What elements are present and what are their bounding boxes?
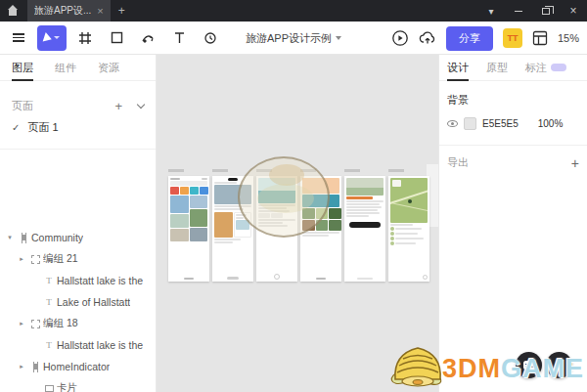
app-window: 旅游APP设... × + ▾ × <box>0 0 587 392</box>
main-menu-button[interactable] <box>6 25 31 51</box>
layer-row-card[interactable]: 卡片 <box>0 377 156 392</box>
background-hex-value[interactable]: E5E5E5 <box>482 118 519 129</box>
background-color-swatch[interactable] <box>464 117 476 130</box>
layer-name: HomeIndicator <box>43 361 110 372</box>
document-title[interactable]: 旅游APP设计示例 <box>246 22 341 55</box>
artboard-home[interactable] <box>168 176 209 282</box>
window-menu-button[interactable]: ▾ <box>477 0 505 22</box>
home-icon <box>8 7 18 16</box>
layer-name: 编组 18 <box>43 317 78 330</box>
home-button[interactable] <box>0 0 25 22</box>
divider <box>0 149 156 150</box>
layer-name: 编组 21 <box>43 252 78 266</box>
tab-resources[interactable]: 资源 <box>98 55 119 81</box>
chevron-down-icon: ▾ <box>488 6 493 17</box>
pen-tool-button[interactable] <box>135 25 160 51</box>
expand-caret-icon[interactable]: ▸ <box>16 363 27 370</box>
background-section-label: 背景 <box>439 81 587 111</box>
tab-design[interactable]: 设计 <box>447 55 469 81</box>
new-tab-button[interactable]: + <box>118 4 125 18</box>
add-page-button[interactable]: + <box>114 100 122 112</box>
layer-name: Lake of Hallstatt <box>57 296 130 308</box>
shape-tool-button[interactable] <box>104 25 129 51</box>
frame-tool-button[interactable] <box>72 25 98 51</box>
present-play-button[interactable] <box>391 29 409 47</box>
text-tool-button[interactable] <box>166 25 192 51</box>
tab-close-icon[interactable]: × <box>97 6 103 17</box>
cloud-upload-icon[interactable] <box>419 30 436 46</box>
visibility-eye-icon[interactable] <box>447 120 458 127</box>
layer-row-group21[interactable]: ▸ 编组 21 <box>0 248 156 270</box>
layer-name: Hallstatt lake is the <box>57 275 143 286</box>
list-row <box>390 227 428 231</box>
main-area: 图层 组件 资源 页面 + ✓ 页面 1 ▾ Communit <box>0 55 587 392</box>
window-controls: ▾ × <box>477 0 587 22</box>
share-button[interactable]: 分享 <box>446 26 493 51</box>
group-icon <box>27 255 43 264</box>
zoom-level[interactable]: 15% <box>558 32 579 44</box>
cta-button <box>349 222 381 228</box>
export-section: 导出 + <box>439 146 587 170</box>
tab-components[interactable]: 组件 <box>55 55 76 81</box>
artboard-map[interactable] <box>388 176 429 282</box>
background-opacity-value[interactable]: 100% <box>538 118 564 129</box>
frame-icon <box>16 234 31 242</box>
export-label: 导出 <box>447 155 469 170</box>
maximize-button[interactable] <box>532 0 560 22</box>
layer-row-homeindicator[interactable]: ▸ HomeIndicator <box>0 356 156 377</box>
minimize-button[interactable] <box>505 0 532 22</box>
expand-caret-icon[interactable]: ▸ <box>16 255 27 263</box>
watermark-shape <box>269 164 304 186</box>
document-title-text: 旅游APP设计示例 <box>246 31 332 46</box>
artboard-label[interactable] <box>388 169 404 172</box>
document-tab[interactable]: 旅游APP设... × <box>27 0 111 22</box>
article-photo <box>346 178 384 196</box>
right-panel: 设计 原型 标注 背景 E5E5E5 100% 导出 + <box>438 55 587 392</box>
page-item[interactable]: ✓ 页面 1 <box>0 116 156 138</box>
layer-name: Community <box>31 232 83 243</box>
minimize-icon <box>515 11 522 12</box>
artboard-article[interactable] <box>344 176 385 282</box>
help-button[interactable]: ? <box>546 352 572 378</box>
expand-caret-icon[interactable]: ▸ <box>16 320 27 327</box>
article-title-bar <box>346 196 373 199</box>
layer-row-text[interactable]: T Lake of Hallstatt <box>0 291 156 313</box>
text-layer-icon: T <box>41 340 57 350</box>
artboard-label[interactable] <box>168 169 184 172</box>
feedback-button[interactable] <box>516 352 542 378</box>
tab-inspect[interactable]: 标注 <box>525 55 566 81</box>
artboard-label[interactable] <box>344 169 360 172</box>
pages-actions: + <box>114 100 144 112</box>
frame-icon <box>78 31 92 45</box>
tab-inspect-label: 标注 <box>525 61 547 75</box>
left-panel: 图层 组件 资源 页面 + ✓ 页面 1 ▾ Communit <box>0 55 157 392</box>
maximize-icon <box>542 8 550 15</box>
watermark-circle <box>238 156 330 238</box>
add-export-button[interactable]: + <box>571 156 579 170</box>
layer-row-community[interactable]: ▾ Community <box>0 227 156 248</box>
question-mark-icon: ? <box>556 358 564 372</box>
tab-prototype[interactable]: 原型 <box>486 55 508 81</box>
close-icon: × <box>569 4 576 18</box>
layer-row-text[interactable]: T Hallstatt lake is the <box>0 270 156 291</box>
layer-row-text[interactable]: T Hallstatt lake is the <box>0 334 156 356</box>
layer-name: Hallstatt lake is the <box>57 339 143 351</box>
close-button[interactable]: × <box>560 0 587 22</box>
move-tool-button[interactable] <box>37 25 67 51</box>
check-icon: ✓ <box>12 122 20 133</box>
artboard-label[interactable] <box>212 169 228 172</box>
list-row <box>390 232 428 236</box>
toolbar-right: 分享 TT 15% <box>391 22 579 55</box>
layout-grid-icon[interactable] <box>532 30 548 46</box>
history-tool-button[interactable] <box>198 25 223 51</box>
canvas[interactable] <box>157 55 438 392</box>
collapse-pages-icon[interactable] <box>137 100 145 108</box>
chevron-down-icon <box>336 36 341 40</box>
layer-row-group18[interactable]: ▸ 编组 18 <box>0 313 156 334</box>
cursor-icon <box>43 32 54 44</box>
tab-layers[interactable]: 图层 <box>12 55 33 81</box>
home-indicator <box>184 278 194 280</box>
avatar[interactable]: TT <box>503 28 522 48</box>
expand-caret-icon[interactable]: ▾ <box>4 234 16 241</box>
layer-tree: ▾ Community ▸ 编组 21 T Hallstatt lake is … <box>0 227 156 392</box>
